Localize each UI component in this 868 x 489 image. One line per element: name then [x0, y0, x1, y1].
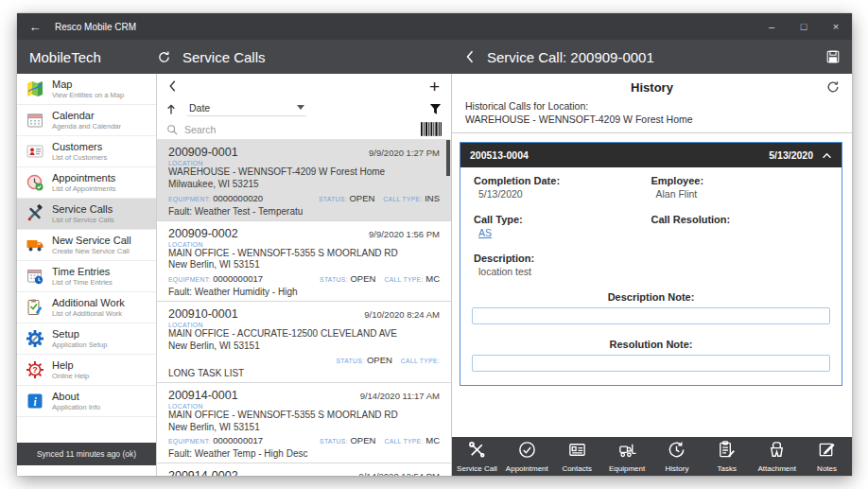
completion-date-label: Completion Date: — [474, 175, 651, 186]
service-call-list-item[interactable]: 200914-0001 9/14/2020 11:17 AM LOCATION … — [157, 383, 451, 464]
list-back-chevron-icon[interactable] — [168, 79, 177, 93]
list-scrollbar[interactable] — [446, 140, 450, 176]
sidebar-item-sublabel: Application Setup — [52, 341, 107, 349]
sidebar-item-calendar[interactable]: CalendarAgenda and Calendar — [17, 105, 156, 136]
search-icon — [166, 124, 178, 135]
sidebar-item-appointments[interactable]: AppointmentsList of Appointments — [17, 167, 156, 199]
service-call-id: 200909-0001 — [168, 146, 238, 159]
add-service-call-button[interactable]: + — [429, 78, 440, 96]
window-titlebar: ← Resco Mobile CRM – □ × — [17, 13, 852, 40]
description-note-label: Description Note: — [460, 291, 842, 303]
call-type-link[interactable]: AS — [478, 227, 492, 238]
sidebar-item-sublabel: View Entities on a Map — [52, 91, 124, 99]
sidebar-item-setup[interactable]: SetupApplication Setup — [17, 323, 156, 355]
search-input[interactable] — [184, 124, 414, 135]
toolbar-item-history[interactable]: History — [652, 437, 703, 476]
description-value: location test — [474, 266, 651, 277]
historical-calls-location: WAREHOUSE - WENNSOFT-4209 W Forest Home — [465, 114, 839, 127]
sidebar-item-customers[interactable]: CustomersList of Customers — [17, 136, 156, 167]
sidebar-item-label: Map — [52, 79, 124, 91]
toolbar-item-appointment[interactable]: Appointment — [502, 437, 552, 476]
sync-status-text: Synced 11 minutes ago (ok) — [37, 449, 136, 459]
sidebar-item-sublabel: Online Help — [52, 372, 89, 380]
map-icon — [26, 79, 44, 98]
filter-icon[interactable] — [429, 103, 442, 115]
call-resolution-value — [651, 227, 829, 238]
call-type-label: CALL TYPE: — [383, 196, 422, 202]
call-type-value: INS — [425, 193, 440, 203]
service-call-datetime: 9/9/2020 1:56 PM — [369, 229, 440, 239]
service-call-list-item[interactable]: 200910-0001 9/10/2020 8:24 AM LOCATION M… — [157, 302, 451, 383]
sidebar-item-sublabel: List of Customers — [52, 153, 107, 162]
app-name: MobileTech — [29, 49, 101, 65]
resolution-note-input[interactable] — [472, 355, 830, 372]
detail-back-chevron-icon[interactable] — [465, 49, 475, 64]
status-label: STATUS: — [320, 438, 348, 445]
back-arrow-icon[interactable]: ← — [23, 20, 47, 34]
calendar-icon — [26, 111, 44, 130]
toolbar-item-equipment[interactable]: Equipment — [602, 437, 652, 476]
maximize-button[interactable]: □ — [788, 13, 820, 40]
toolbar-item-service-call[interactable]: Service Call — [452, 437, 502, 476]
sort-field-dropdown[interactable]: Date — [187, 102, 306, 116]
sort-direction-icon[interactable] — [166, 103, 176, 115]
call-type-value: MC — [425, 273, 440, 284]
sidebar-item-about[interactable]: i AboutApplication Info — [17, 386, 156, 417]
save-icon[interactable] — [825, 49, 841, 64]
sidebar-item-map[interactable]: MapView Entities on a Map — [17, 74, 156, 105]
equipment-label: EQUIPMENT: — [168, 438, 211, 445]
toolbar-item-attachment[interactable]: Attachment — [752, 437, 802, 476]
sidebar-item-label: Additional Work — [52, 297, 125, 309]
description-label: Description: — [474, 253, 651, 264]
fault-text: Fault: Weather Test - Temperatu — [168, 206, 440, 217]
app-window: ← Resco Mobile CRM – □ × MobileTech Serv… — [17, 13, 852, 476]
sidebar-item-help[interactable]: ? HelpOnline Help — [17, 355, 156, 386]
call-type-value: MC — [425, 435, 440, 445]
customers-icon — [26, 142, 44, 161]
status-value: OPEN — [350, 435, 375, 445]
toolbar-item-contacts[interactable]: Contacts — [552, 437, 602, 476]
sidebar-item-sublabel: List of Time Entries — [52, 278, 113, 287]
service-call-list: 200909-0001 9/9/2020 1:27 PM LOCATION WA… — [157, 140, 451, 476]
service-call-datetime: 9/9/2020 1:27 PM — [369, 148, 440, 158]
refresh-icon[interactable] — [826, 80, 840, 94]
close-button[interactable]: × — [820, 13, 852, 40]
sync-status-bar: Synced 11 minutes ago (ok) — [17, 443, 156, 465]
service-call-list-item[interactable]: 200909-0001 9/9/2020 1:27 PM LOCATION WA… — [157, 140, 451, 221]
fault-text: Fault: Weather Temp - High Desc — [168, 448, 440, 459]
service-call-list-item[interactable]: 200914-0002 9/14/2020 12:54 PM LOCATION … — [157, 463, 451, 476]
sidebar-item-sublabel: Agenda and Calendar — [52, 122, 121, 131]
description-note-input[interactable] — [472, 307, 830, 324]
status-value: OPEN — [349, 193, 374, 203]
service-call-list-item[interactable]: 200909-0002 9/9/2020 1:56 PM LOCATION MA… — [157, 221, 451, 303]
sidebar-item-new-service-call[interactable]: New Service CallCreate New Service Call — [17, 230, 156, 261]
service-call-id: 200914-0001 — [168, 389, 238, 402]
time-entries-icon — [26, 267, 44, 286]
sync-icon[interactable] — [157, 50, 171, 64]
sidebar-item-sublabel: Application Info — [52, 403, 100, 411]
location-line1: MAIN OFFICE - ACCURATE-12500 CLEVELAND A… — [168, 328, 440, 341]
call-type-label: CALL TYPE: — [384, 438, 423, 445]
attachment-icon — [767, 440, 787, 463]
location-label: LOCATION — [168, 160, 440, 166]
completion-date-value: 5/13/2020 — [474, 188, 651, 200]
toolbar-item-notes[interactable]: Notes — [802, 437, 852, 476]
service-call-list-panel: + Date — [157, 74, 452, 476]
sidebar-item-time-entries[interactable]: Time EntriesList of Time Entries — [17, 261, 156, 292]
historical-call-card-header[interactable]: 200513-0004 5/13/2020 — [460, 143, 842, 167]
toolbar-item-tasks[interactable]: Tasks — [702, 437, 752, 476]
sidebar-item-label: Calendar — [52, 110, 121, 122]
sidebar-item-label: Setup — [52, 328, 107, 341]
minimize-button[interactable]: – — [755, 13, 788, 40]
barcode-scan-icon[interactable] — [421, 122, 442, 136]
sidebar-item-sublabel: List of Service Calls — [52, 216, 114, 224]
sidebar-item-additional-work[interactable]: Additional WorkList of Additional Work — [17, 292, 156, 323]
sidebar-item-label: Help — [52, 359, 89, 372]
sidebar-item-label: About — [52, 391, 100, 403]
about-icon: i — [26, 392, 44, 410]
sidebar-item-sublabel: List of Appointments — [52, 184, 116, 193]
chevron-up-icon[interactable] — [822, 152, 832, 159]
location-label: LOCATION — [168, 322, 440, 328]
historical-call-date: 5/13/2020 — [769, 149, 813, 161]
sidebar-item-service-calls[interactable]: Service CallsList of Service Calls — [17, 199, 156, 230]
